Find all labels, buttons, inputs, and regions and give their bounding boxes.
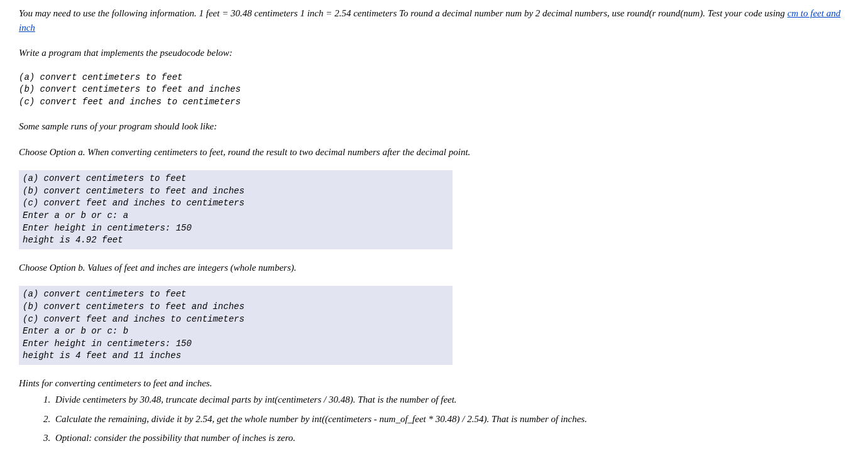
- hint-item: Divide centimeters by 30.48, truncate de…: [53, 393, 849, 407]
- intro-text: You may need to use the following inform…: [19, 8, 788, 18]
- hint-item: Optional: consider the possibility that …: [53, 431, 849, 445]
- write-program-paragraph: Write a program that implements the pseu…: [19, 46, 849, 60]
- intro-paragraph: You may need to use the following inform…: [19, 6, 849, 35]
- pseudocode-block: (a) convert centimeters to feet (b) conv…: [19, 72, 849, 109]
- sample-run-a: (a) convert centimeters to feet (b) conv…: [19, 170, 453, 249]
- option-a-heading: Choose Option a. When converting centime…: [19, 145, 849, 160]
- sample-run-b: (a) convert centimeters to feet (b) conv…: [19, 286, 453, 365]
- hints-list: Divide centimeters by 30.48, truncate de…: [19, 393, 849, 445]
- hints-heading: Hints for converting centimeters to feet…: [19, 376, 849, 391]
- sample-intro-paragraph: Some sample runs of your program should …: [19, 119, 849, 134]
- option-b-heading: Choose Option b. Values of feet and inch…: [19, 261, 849, 275]
- hint-item: Calculate the remaining, divide it by 2.…: [53, 412, 849, 427]
